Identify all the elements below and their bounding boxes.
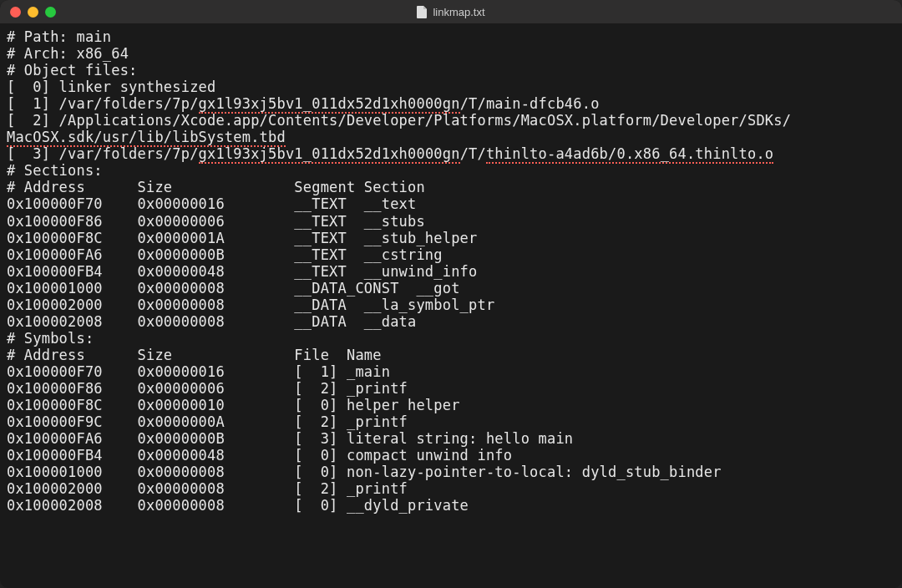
zoom-icon[interactable] bbox=[45, 7, 56, 18]
title-text: linkmap.txt bbox=[433, 6, 484, 18]
close-icon[interactable] bbox=[10, 7, 21, 18]
window-controls bbox=[10, 7, 56, 18]
file-icon bbox=[417, 6, 428, 18]
titlebar: linkmap.txt bbox=[0, 0, 902, 23]
window-title: linkmap.txt bbox=[0, 6, 902, 18]
text-content[interactable]: # Path: main # Arch: x86_64 # Object fil… bbox=[0, 23, 902, 588]
minimize-icon[interactable] bbox=[28, 7, 38, 18]
editor-window: linkmap.txt # Path: main # Arch: x86_64 … bbox=[0, 0, 902, 588]
